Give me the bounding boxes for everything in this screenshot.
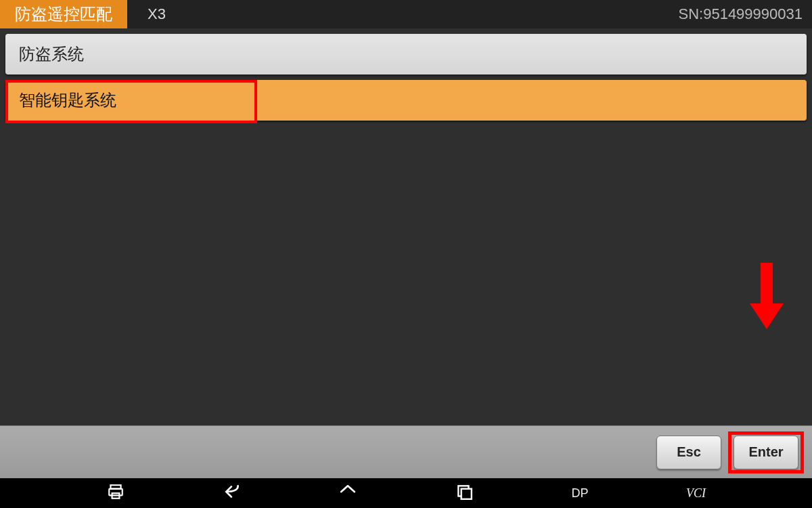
header-subtitle: X3 <box>127 0 186 28</box>
list-item-selected[interactable]: 智能钥匙系统 <box>5 80 807 121</box>
nav-dp-label: DP <box>572 486 589 501</box>
esc-button[interactable]: Esc <box>656 436 721 469</box>
annotation-arrow-icon <box>750 263 784 337</box>
header-spacer <box>186 0 669 28</box>
nav-vci-button[interactable]: VCI <box>638 478 754 508</box>
button-bar: Esc Enter <box>0 425 812 478</box>
printer-icon <box>107 483 125 504</box>
nav-home-button[interactable] <box>290 478 406 508</box>
enter-button[interactable]: Enter <box>734 436 798 469</box>
svg-rect-1 <box>110 488 123 495</box>
nav-recent-button[interactable] <box>406 478 522 508</box>
header-sn: SN:951499990031 <box>669 0 813 28</box>
list-item-label: 防盗系统 <box>19 43 84 65</box>
header-title: 防盗遥控匹配 <box>15 3 112 25</box>
list-item[interactable]: 防盗系统 <box>5 34 807 75</box>
svg-rect-4 <box>461 488 471 499</box>
header-bar: 防盗遥控匹配 X3 SN:951499990031 <box>0 0 812 28</box>
nav-vci-label: VCI <box>686 486 706 501</box>
recent-apps-icon <box>455 483 473 504</box>
system-navbar: DP VCI <box>0 478 812 508</box>
list-item-label: 智能钥匙系统 <box>19 89 116 111</box>
back-icon <box>223 483 241 504</box>
nav-dp-button[interactable]: DP <box>522 478 637 508</box>
nav-spacer <box>0 478 58 508</box>
nav-back-button[interactable] <box>174 478 290 508</box>
header-title-tab: 防盗遥控匹配 <box>0 0 127 28</box>
main-area: 防盗系统 智能钥匙系统 <box>0 28 812 425</box>
nav-print-button[interactable] <box>58 478 174 508</box>
home-icon <box>339 483 357 504</box>
nav-spacer <box>754 478 812 508</box>
